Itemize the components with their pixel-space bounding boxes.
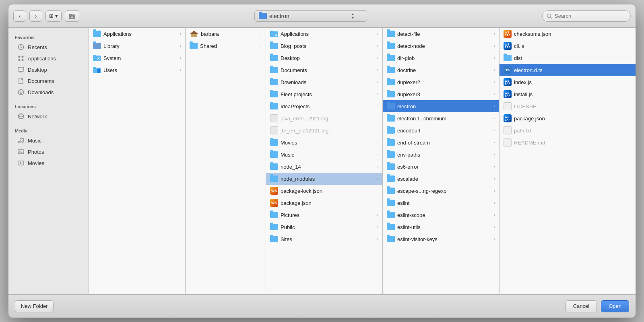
search-input[interactable] [555, 13, 626, 19]
pane-item-es6-error[interactable]: es6-error › [383, 161, 499, 173]
svg-point-12 [22, 59, 24, 61]
pane-item-shared[interactable]: Shared › [186, 40, 266, 52]
item-label: eslint-scope [397, 212, 491, 218]
sidebar-item-recents[interactable]: Recents [11, 42, 86, 52]
pane-item-detect-node[interactable]: detect-node › [383, 40, 499, 52]
sidebar-item-network[interactable]: Network [11, 111, 86, 122]
item-label: package.json [514, 116, 632, 122]
folder-icon: A [270, 31, 278, 37]
pane-item-package-json5[interactable]: WSEAP package.json [500, 112, 636, 124]
item-label: path.txt [514, 128, 632, 134]
pane-item-license[interactable]: LICENSE [500, 100, 636, 112]
pane-item-dir-glob[interactable]: dir-glob › [383, 52, 499, 64]
folder-icon [270, 175, 278, 182]
pane-item-users[interactable]: 👤 Users › [89, 64, 185, 76]
pane-item-encodeurl[interactable]: encodeurl › [383, 124, 499, 136]
applications-icon [17, 55, 25, 62]
search-bar[interactable] [542, 10, 631, 22]
chevron-icon: › [180, 68, 181, 72]
pane-item-library[interactable]: Library › [89, 40, 185, 52]
pane-item-system[interactable]: ✕ System › [89, 52, 185, 64]
location-bar[interactable]: electron ▲ ▼ [254, 10, 367, 22]
svg-point-11 [19, 59, 21, 61]
pane-item-sites[interactable]: Sites › [266, 233, 382, 245]
ts-icon: TS [504, 66, 512, 74]
new-folder-icon-button[interactable] [65, 10, 79, 22]
chevron-icon: › [494, 128, 495, 132]
chevron-icon: › [377, 213, 378, 217]
sidebar-item-desktop[interactable]: Desktop [11, 64, 86, 75]
pane-item-package-lock[interactable]: WS package-lock.json [266, 185, 382, 197]
pane-item-node14[interactable]: node_14 › [266, 161, 382, 173]
pane-item-eslint[interactable]: eslint › [383, 197, 499, 209]
forward-button[interactable]: › [29, 10, 42, 22]
sidebar-item-applications[interactable]: Applications [11, 53, 86, 64]
pane-item-escalade[interactable]: escalade › [383, 173, 499, 185]
applications-label: Applications [28, 56, 56, 62]
documents-label: Documents [28, 78, 54, 84]
pane-item-blog-posts[interactable]: Blog_posts › [266, 40, 382, 52]
pane-item-movies2[interactable]: Movies › [266, 136, 382, 149]
pane-item-node-modules[interactable]: node_modules › [266, 173, 382, 185]
item-label: System [103, 55, 178, 61]
item-label: Fleet projects [281, 91, 375, 97]
folder-icon [270, 43, 278, 49]
pane-item-barbara[interactable]: barbara › [186, 28, 266, 40]
pane-item-dist[interactable]: dist [500, 52, 636, 64]
sidebar-item-downloads[interactable]: Downloads [11, 87, 86, 97]
desktop-label: Desktop [28, 67, 47, 73]
back-button[interactable]: ‹ [13, 10, 26, 22]
pane-item-duplexer2[interactable]: duplexer2 › [383, 76, 499, 88]
home-icon [190, 30, 198, 38]
pane-item-eslint-visitor-keys[interactable]: eslint-visitor-keys › [383, 233, 499, 245]
pane-item-electron-dts[interactable]: TS electron.d.ts [500, 64, 636, 76]
pane-item-env-paths[interactable]: env-paths › [383, 149, 499, 161]
pane-item-applications2[interactable]: A Applications › [266, 28, 382, 40]
pane-item-checksums[interactable]: WSEAP checksums.json [500, 28, 636, 40]
pane-item-ideaprojects[interactable]: IdeaProjects › [266, 100, 382, 112]
pane-item-documents2[interactable]: Documents › [266, 64, 382, 76]
pane-item-pictures[interactable]: Pictures › [266, 209, 382, 221]
pane-item-path-txt[interactable]: path.txt [500, 124, 636, 136]
cancel-button[interactable]: Cancel [566, 300, 597, 312]
pane-item-fleet[interactable]: Fleet projects › [266, 88, 382, 100]
pane-item-applications[interactable]: Applications › [89, 28, 185, 40]
folder-icon: 👤 [93, 67, 101, 73]
location-stepper[interactable]: ▲ ▼ [351, 12, 355, 20]
pane-item-readme-md[interactable]: README.md [500, 136, 636, 149]
pane-item-electron-chromium[interactable]: electron-t...chromium › [383, 112, 499, 124]
pane-item-electron[interactable]: electron › [383, 100, 499, 112]
item-label: node_14 [281, 164, 375, 170]
pane-item-eslint-scope[interactable]: eslint-scope › [383, 209, 499, 221]
pane-item-index-js[interactable]: WSEAP index.js [500, 76, 636, 88]
pane-item-detect-file[interactable]: detect-file › [383, 28, 499, 40]
sidebar-item-photos[interactable]: Photos [11, 147, 86, 157]
pane-item-downloads2[interactable]: Downloads › [266, 76, 382, 88]
desktop-icon [17, 66, 25, 73]
pane-item-install-js[interactable]: WSEAP install.js [500, 88, 636, 100]
item-label: LICENSE [514, 103, 632, 109]
pane-item-jbr-err[interactable]: jbr_err_pid12921.log [266, 124, 382, 136]
pane-item-end-of-stream[interactable]: end-of-stream › [383, 136, 499, 149]
pane-item-package-json3[interactable]: WS package.json [266, 197, 382, 209]
pane-item-java-error[interactable]: java_error...2921.log [266, 112, 382, 124]
pane-item-public[interactable]: Public › [266, 221, 382, 233]
pane-item-music2[interactable]: Music › [266, 149, 382, 161]
pane-item-doctrine[interactable]: doctrine › [383, 64, 499, 76]
chevron-icon: › [377, 68, 378, 72]
folder-icon [270, 103, 278, 109]
new-folder-button[interactable]: New Folder [15, 300, 54, 312]
open-button[interactable]: Open [601, 300, 629, 312]
ws-icon-blue: WSEAP [504, 114, 512, 122]
folder-icon [270, 163, 278, 170]
view-toggle-button[interactable]: ⊞ ▾ [45, 10, 62, 22]
pane-item-duplexer3[interactable]: duplexer3 › [383, 88, 499, 100]
pane-item-eslint-utils[interactable]: eslint-utils › [383, 221, 499, 233]
pane-item-cli-js[interactable]: WSEAP cli.js [500, 40, 636, 52]
pane-item-desktop2[interactable]: Desktop › [266, 52, 382, 64]
pane-volumes: Applications › Library › ✕ System › [89, 28, 186, 294]
sidebar-item-movies[interactable]: Movies [11, 158, 86, 168]
sidebar-item-music[interactable]: Music [11, 135, 86, 146]
pane-item-escape-regexp[interactable]: escape-s...ng-regexp › [383, 185, 499, 197]
sidebar-item-documents[interactable]: Documents [11, 76, 86, 86]
